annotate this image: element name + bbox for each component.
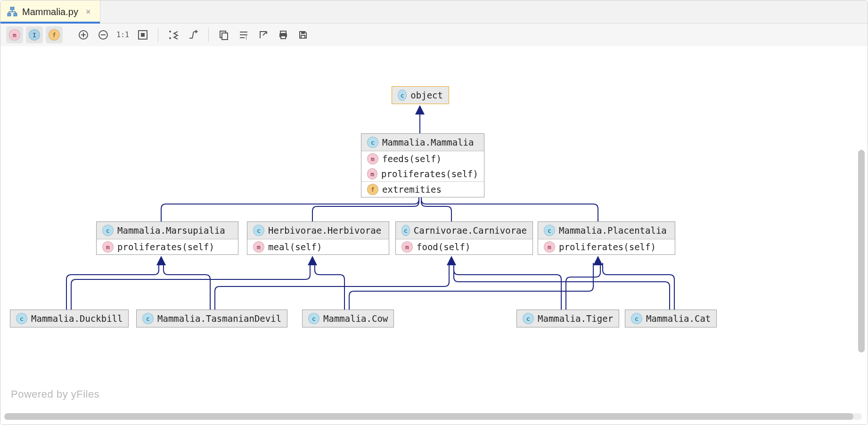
class-title: Herbivorae.Herbivorae: [268, 225, 381, 236]
class-title: Carnivorae.Carnivorae: [414, 225, 527, 236]
class-title: Mammalia.Cow: [323, 313, 388, 324]
member-label: meal(self): [268, 242, 322, 252]
method-badge-icon: m: [102, 241, 114, 253]
member-label: food(self): [417, 242, 470, 252]
export-button[interactable]: [255, 26, 272, 43]
fit-content-icon: [138, 30, 148, 40]
close-icon[interactable]: ×: [83, 7, 94, 17]
copy-button[interactable]: [215, 26, 232, 43]
diagram-stage: cobject cMammalia.Mammalia mfeeds(self) …: [0, 46, 863, 418]
svg-point-9: [169, 37, 171, 39]
powered-by-label: Powered by yFiles: [11, 388, 99, 400]
class-node-duckbill[interactable]: cMammalia.Duckbill: [10, 310, 129, 327]
app-frame: Mammalia.py × m I f 1:1: [0, 0, 868, 425]
member-label: feeds(self): [382, 154, 442, 164]
layout-icon: [168, 30, 179, 40]
class-badge-icon: c: [367, 137, 378, 148]
class-title: Mammalia.Marsupialia: [117, 225, 225, 236]
class-title: Mammalia.Tiger: [538, 313, 613, 324]
class-title: Mammalia.Duckbill: [31, 313, 123, 324]
actual-size-button[interactable]: 1:1: [115, 26, 131, 43]
class-node-object[interactable]: cobject: [392, 86, 449, 104]
toolbar: m I f 1:1 I: [0, 24, 868, 47]
class-title: Mammalia.Placentalia: [559, 225, 667, 236]
member-label: proliferates(self): [381, 169, 478, 179]
class-badge-icon: c: [253, 225, 264, 236]
zoom-in-icon: [78, 30, 89, 40]
method-badge-icon: m: [401, 241, 413, 253]
svg-marker-23: [593, 256, 603, 265]
svg-marker-20: [156, 256, 166, 265]
svg-rect-7: [141, 33, 145, 37]
initializers-filter[interactable]: I: [26, 26, 43, 43]
fields-filter[interactable]: f: [46, 26, 63, 43]
vertical-scrollbar[interactable]: [858, 150, 865, 352]
class-node-tiger[interactable]: cMammalia.Tiger: [516, 310, 619, 327]
route-edges-button[interactable]: [185, 26, 202, 43]
class-badge-icon: c: [308, 313, 319, 324]
method-badge-icon: m: [253, 241, 264, 253]
edit-button[interactable]: I: [235, 26, 252, 43]
class-title: object: [410, 90, 443, 100]
svg-rect-15: [281, 36, 286, 39]
svg-marker-18: [415, 105, 425, 114]
class-node-cat[interactable]: cMammalia.Cat: [625, 310, 717, 327]
svg-rect-11: [222, 33, 228, 40]
svg-rect-1: [14, 13, 17, 16]
class-title: Mammalia.Mammalia: [382, 137, 474, 147]
svg-text:1:1: 1:1: [116, 31, 129, 39]
method-badge-icon: m: [9, 29, 20, 41]
print-icon: [278, 30, 288, 40]
method-badge-icon: m: [544, 241, 555, 253]
class-badge-icon: c: [401, 225, 410, 236]
zoom-out-button[interactable]: [95, 26, 112, 43]
save-button[interactable]: [295, 26, 311, 43]
svg-point-8: [169, 31, 171, 33]
uml-icon: [7, 7, 17, 17]
class-badge-icon: c: [16, 313, 27, 324]
class-badge-icon: c: [544, 225, 555, 236]
class-node-marsupialia[interactable]: cMammalia.Marsupialia mproliferates(self…: [96, 221, 238, 255]
copy-icon: [219, 30, 229, 40]
export-icon: [258, 30, 269, 40]
class-node-mammalia[interactable]: cMammalia.Mammalia mfeeds(self) mprolife…: [361, 133, 484, 197]
class-title: Mammalia.TasmanianDevil: [157, 313, 281, 324]
field-badge-icon: f: [367, 184, 378, 195]
tab-strip: Mammalia.py ×: [0, 0, 868, 24]
horizontal-scrollbar[interactable]: [4, 413, 862, 420]
class-node-placentalia[interactable]: cMammalia.Placentalia mproliferates(self…: [538, 221, 675, 255]
class-title: Mammalia.Cat: [646, 313, 711, 324]
svg-marker-21: [308, 256, 317, 265]
svg-rect-17: [301, 35, 305, 38]
class-badge-icon: c: [398, 90, 407, 101]
svg-rect-0: [8, 13, 11, 16]
tab-mammalia[interactable]: Mammalia.py ×: [0, 0, 100, 23]
svg-marker-22: [447, 256, 456, 265]
initializer-badge-icon: I: [29, 29, 40, 41]
member-label: proliferates(self): [117, 242, 214, 252]
save-icon: [298, 30, 308, 40]
zoom-out-icon: [98, 30, 108, 40]
class-badge-icon: c: [523, 313, 534, 324]
apply-layout-button[interactable]: [165, 26, 182, 43]
class-node-tasmaniandevil[interactable]: cMammalia.TasmanianDevil: [136, 310, 287, 327]
edit-list-icon: I: [238, 30, 249, 40]
svg-rect-2: [10, 7, 14, 10]
route-icon: [188, 30, 198, 40]
svg-text:I: I: [246, 35, 247, 40]
class-badge-icon: c: [631, 313, 642, 324]
toolbar-separator: [208, 28, 209, 42]
zoom-in-button[interactable]: [75, 26, 92, 43]
tab-label: Mammalia.py: [22, 7, 78, 17]
methods-filter[interactable]: m: [6, 26, 23, 43]
class-node-herbivorae[interactable]: cHerbivorae.Herbivorae mmeal(self): [247, 221, 389, 255]
svg-rect-13: [280, 31, 286, 33]
class-node-carnivorae[interactable]: cCarnivorae.Carnivorae mfood(self): [395, 221, 533, 255]
class-badge-icon: c: [102, 225, 114, 236]
print-button[interactable]: [275, 26, 292, 43]
class-node-cow[interactable]: cMammalia.Cow: [302, 310, 394, 327]
toolbar-separator: [158, 28, 158, 42]
diagram-canvas[interactable]: cobject cMammalia.Mammalia mfeeds(self) …: [0, 46, 868, 425]
field-badge-icon: f: [49, 29, 60, 41]
fit-content-button[interactable]: [134, 26, 151, 43]
